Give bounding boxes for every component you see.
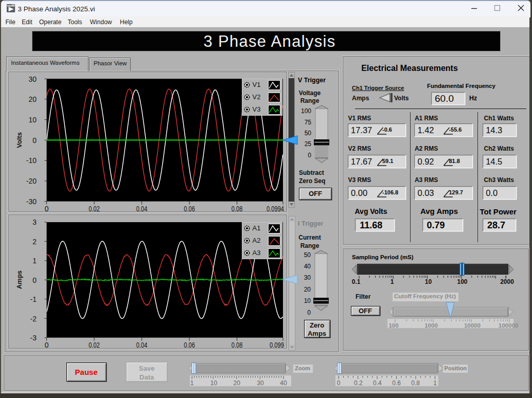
- svg-text:2: 2: [32, 238, 37, 246]
- svg-text:-20: -20: [26, 177, 37, 185]
- svg-text:1: 1: [32, 257, 37, 265]
- svg-text:-10: -10: [26, 156, 37, 165]
- svg-text:0.04: 0.04: [136, 341, 148, 349]
- svg-text:0: 0: [45, 341, 49, 349]
- svg-text:3: 3: [32, 218, 37, 226]
- svg-text:0.06: 0.06: [184, 205, 195, 212]
- svg-text:20: 20: [28, 95, 37, 103]
- svg-text:-1: -1: [30, 295, 37, 303]
- svg-text:Volts: Volts: [15, 132, 23, 148]
- svg-text:0.099: 0.099: [270, 341, 284, 349]
- svg-text:Amps: Amps: [15, 270, 23, 289]
- svg-text:30: 30: [28, 75, 37, 83]
- svg-text:0: 0: [32, 136, 37, 144]
- svg-text:0.06: 0.06: [184, 341, 195, 349]
- svg-text:0.02: 0.02: [88, 341, 100, 349]
- svg-text:0.04: 0.04: [136, 205, 148, 212]
- svg-text:0.02: 0.02: [88, 205, 100, 212]
- svg-text:0.0994: 0.0994: [267, 205, 284, 212]
- svg-text:-30: -30: [26, 197, 37, 206]
- svg-text:-3: -3: [30, 334, 37, 342]
- svg-text:0: 0: [45, 205, 49, 212]
- svg-text:10: 10: [28, 116, 37, 124]
- svg-text:0.08: 0.08: [232, 341, 243, 349]
- svg-text:0.08: 0.08: [232, 205, 243, 212]
